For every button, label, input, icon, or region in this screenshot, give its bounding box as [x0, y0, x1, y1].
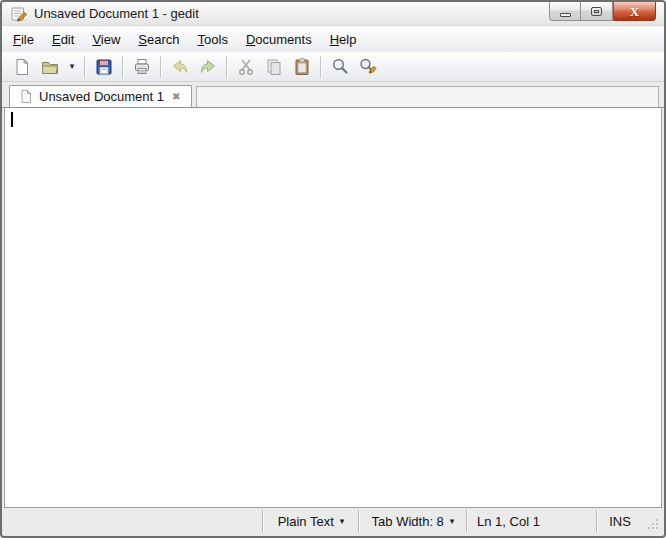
cursor-position-label: Ln 1, Col 1 [477, 514, 540, 529]
toolbar-separator [320, 56, 322, 78]
menu-edit[interactable]: Edit [43, 28, 83, 51]
redo-button[interactable] [194, 54, 222, 80]
copy-button[interactable] [260, 54, 288, 80]
open-folder-icon [40, 57, 60, 77]
paste-button[interactable] [288, 54, 316, 80]
menu-search[interactable]: Search [129, 28, 188, 51]
overwrite-mode: INS [598, 509, 642, 533]
minimize-button[interactable] [549, 2, 581, 21]
maximize-button[interactable] [581, 2, 613, 21]
status-bar: Plain Text ▾ Tab Width: 8 ▾ Ln 1, Col 1 … [4, 509, 662, 533]
replace-button[interactable] [354, 54, 382, 80]
text-editor-area[interactable] [4, 108, 662, 508]
tab-strip-filler [196, 86, 659, 107]
tab-width-dropdown[interactable]: Tab Width: 8 ▾ [360, 509, 466, 533]
document-icon [19, 89, 33, 104]
tab-label: Unsaved Document 1 [39, 89, 164, 104]
tab-unsaved-document-1[interactable]: Unsaved Document 1 ✖ [9, 85, 192, 107]
text-caret [11, 112, 13, 127]
toolbar: ▾ [2, 52, 664, 82]
cut-scissors-icon [236, 57, 256, 77]
close-button[interactable]: X [613, 2, 656, 21]
maximize-icon [591, 7, 602, 16]
menu-file[interactable]: File [4, 28, 43, 51]
cut-button[interactable] [232, 54, 260, 80]
paste-clipboard-icon [292, 57, 312, 77]
menu-help[interactable]: Help [321, 28, 366, 51]
copy-pages-icon [264, 57, 284, 77]
new-document-icon [12, 57, 32, 77]
menu-tools[interactable]: Tools [189, 28, 237, 51]
resize-grip-icon [647, 518, 659, 530]
replace-magnifier-pencil-icon [358, 57, 378, 77]
tab-bar: Unsaved Document 1 ✖ [2, 82, 664, 108]
save-floppy-icon [94, 57, 114, 77]
gedit-app-icon [11, 6, 28, 22]
dropdown-arrow-icon: ▾ [70, 62, 75, 71]
redo-arrow-icon [198, 57, 218, 77]
language-dropdown[interactable]: Plain Text ▾ [264, 509, 358, 533]
toolbar-separator [84, 56, 86, 78]
menu-documents[interactable]: Documents [237, 28, 321, 51]
minimize-icon [560, 13, 571, 17]
toolbar-separator [226, 56, 228, 78]
save-button[interactable] [90, 54, 118, 80]
window-title: Unsaved Document 1 - gedit [34, 6, 199, 21]
print-button[interactable] [128, 54, 156, 80]
toolbar-separator [122, 56, 124, 78]
open-button[interactable] [36, 54, 64, 80]
dropdown-arrow-icon: ▾ [340, 517, 345, 526]
dropdown-arrow-icon: ▾ [450, 517, 455, 526]
cursor-position: Ln 1, Col 1 [468, 509, 596, 533]
window-controls: X [549, 2, 656, 21]
tab-width-label: Tab Width: 8 [372, 514, 444, 529]
close-icon: X [630, 5, 639, 18]
open-menu-button[interactable]: ▾ [64, 54, 80, 80]
title-bar[interactable]: Unsaved Document 1 - gedit X [2, 2, 664, 26]
overwrite-mode-label: INS [609, 514, 631, 529]
gedit-window: Unsaved Document 1 - gedit X File Edit V… [0, 0, 666, 538]
tab-close-icon[interactable]: ✖ [170, 91, 182, 103]
print-icon [132, 57, 152, 77]
menu-bar: File Edit View Search Tools Documents He… [2, 26, 664, 52]
find-button[interactable] [326, 54, 354, 80]
find-magnifier-icon [330, 57, 350, 77]
undo-arrow-icon [170, 57, 190, 77]
undo-button[interactable] [166, 54, 194, 80]
language-label: Plain Text [278, 514, 334, 529]
resize-grip[interactable] [642, 509, 662, 533]
toolbar-separator [160, 56, 162, 78]
new-button[interactable] [8, 54, 36, 80]
menu-view[interactable]: View [83, 28, 129, 51]
